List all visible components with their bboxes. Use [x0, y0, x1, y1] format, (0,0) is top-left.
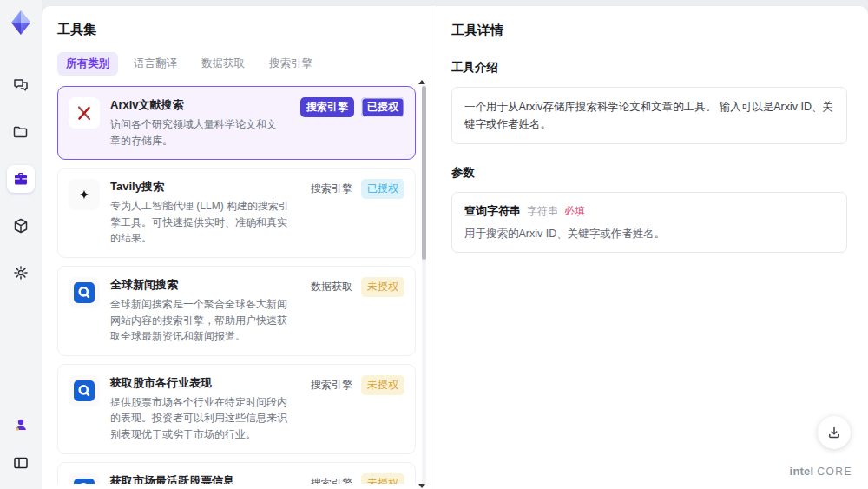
intro-text: 一个用于从Arxiv存储库搜索科学论文和文章的工具。 输入可以是Arxiv ID… — [464, 98, 834, 133]
cube-icon[interactable] — [7, 212, 35, 240]
intro-section-title: 工具介绍 — [451, 60, 847, 76]
arxiv-icon — [69, 97, 100, 129]
tool-name: 获取股市各行业表现 — [110, 375, 295, 391]
param-type: 字符串 — [527, 204, 558, 219]
auth-badge: 未授权 — [361, 375, 404, 395]
brand-core: CORE — [817, 466, 852, 478]
tools-panel: 工具集 所有类别 语言翻译 数据获取 搜索引擎 Arxiv文献搜索 访问各个研究… — [42, 6, 437, 489]
tab-language-translation[interactable]: 语言翻译 — [125, 52, 186, 76]
rail-bottom — [7, 411, 35, 489]
tool-name: Arxiv文献搜索 — [110, 97, 286, 113]
search-blue-icon — [69, 375, 100, 406]
intro-box: 一个用于从Arxiv存储库搜索科学论文和文章的工具。 输入可以是Arxiv ID… — [451, 87, 847, 144]
params-section-title: 参数 — [451, 165, 847, 181]
rail-nav — [7, 71, 35, 287]
tab-all-categories[interactable]: 所有类别 — [57, 52, 118, 76]
tool-card-sector-performance[interactable]: 获取股市各行业表现 提供股票市场各个行业在特定时间段内的表现。投资者可以利用这些… — [57, 364, 416, 454]
category-badge: 搜索引擎 — [309, 375, 354, 395]
search-blue-icon — [69, 473, 100, 484]
download-icon — [827, 426, 841, 439]
left-rail — [0, 0, 42, 489]
details-title: 工具详情 — [451, 23, 847, 39]
param-required-badge: 必填 — [564, 204, 585, 219]
tool-card-arxiv[interactable]: Arxiv文献搜索 访问各个研究领域大量科学论文和文章的存储库。 搜索引擎 已授… — [57, 86, 416, 160]
tool-card-global-news[interactable]: 全球新闻搜索 全球新闻搜索是一个聚合全球各大新闻网站内容的搜索引擎，帮助用户快速… — [57, 266, 416, 356]
tool-card-tavily[interactable]: Tavily搜索 专为人工智能代理 (LLM) 构建的搜索引擎工具。可快速提供实… — [57, 168, 416, 258]
tool-desc: 全球新闻搜索是一个聚合全球各大新闻网站内容的搜索引擎，帮助用户快速获取全球最新资… — [110, 296, 295, 345]
list-scrollbar[interactable] — [422, 84, 426, 486]
category-badge: 搜索引擎 — [300, 97, 354, 117]
main-panel: 工具集 所有类别 语言翻译 数据获取 搜索引擎 Arxiv文献搜索 访问各个研究… — [42, 6, 868, 489]
details-panel: 工具详情 工具介绍 一个用于从Arxiv存储库搜索科学论文和文章的工具。 输入可… — [437, 6, 868, 489]
tool-desc: 访问各个研究领域大量科学论文和文章的存储库。 — [110, 116, 286, 149]
scroll-up-arrow[interactable] — [418, 80, 425, 84]
auth-badge: 未授权 — [361, 277, 404, 297]
scrollbar-thumb[interactable] — [422, 86, 426, 260]
param-name: 查询字符串 — [464, 203, 521, 219]
toolbox-icon[interactable] — [7, 165, 35, 193]
user-icon[interactable] — [7, 411, 35, 439]
search-blue-icon — [69, 277, 100, 308]
tool-name: Tavily搜索 — [110, 179, 295, 195]
chat-icon[interactable] — [7, 71, 35, 99]
tool-desc: 提供股票市场各个行业在特定时间段内的表现。投资者可以利用这些信息来识别表现优于或… — [110, 394, 295, 443]
folder-icon[interactable] — [7, 118, 35, 146]
tab-search-engine[interactable]: 搜索引擎 — [260, 52, 321, 76]
auth-badge: 未授权 — [361, 473, 404, 484]
category-tabs: 所有类别 语言翻译 数据获取 搜索引擎 — [57, 52, 437, 76]
download-button[interactable] — [818, 416, 851, 449]
gear-icon[interactable] — [7, 259, 35, 287]
tool-list: Arxiv文献搜索 访问各个研究领域大量科学论文和文章的存储库。 搜索引擎 已授… — [57, 86, 437, 484]
app-logo[interactable] — [7, 9, 35, 36]
auth-badge: 已授权 — [361, 97, 404, 117]
panel-toggle-icon[interactable] — [7, 449, 35, 477]
scroll-down-arrow[interactable] — [418, 484, 425, 488]
category-badge: 数据获取 — [309, 277, 354, 297]
sparkle-icon — [69, 179, 100, 210]
tool-name: 全球新闻搜索 — [110, 277, 295, 293]
auth-badge: 已授权 — [361, 179, 404, 199]
tool-desc: 专为人工智能代理 (LLM) 构建的搜索引擎工具。可快速提供实时、准确和真实的结… — [110, 198, 295, 247]
brand-intel: intel — [790, 465, 814, 478]
category-badge: 搜索引擎 — [309, 179, 354, 199]
tab-data-fetching[interactable]: 数据获取 — [193, 52, 253, 76]
tool-name: 获取市场最活跃股票信息 — [110, 473, 295, 484]
category-badge: 搜索引擎 — [309, 473, 354, 484]
param-desc: 用于搜索的Arxiv ID、关键字或作者姓名。 — [464, 227, 834, 241]
tool-card-active-stocks[interactable]: 获取市场最活跃股票信息 提供当天交易量最高的股票列表。投资者可以利用这些信息来识… — [57, 462, 416, 484]
intel-core-logo: intel CORE — [790, 465, 852, 478]
param-box: 查询字符串 字符串 必填 用于搜索的Arxiv ID、关键字或作者姓名。 — [451, 192, 847, 253]
page-title: 工具集 — [57, 22, 437, 38]
